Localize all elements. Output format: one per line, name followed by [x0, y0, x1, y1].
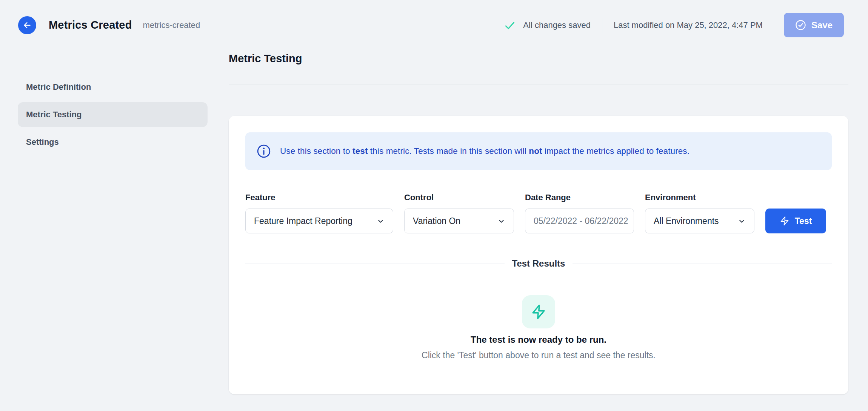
control-select-value: Variation On	[413, 216, 460, 226]
main-content: Metric Testing Use this section to test …	[220, 50, 868, 394]
feature-select[interactable]: Feature Impact Reporting	[245, 209, 393, 233]
saved-status: All changes saved	[504, 20, 591, 31]
page-slug: metrics-created	[143, 20, 200, 30]
sidebar-item-metric-definition[interactable]: Metric Definition	[18, 75, 208, 100]
test-button[interactable]: Test	[765, 209, 826, 233]
back-button[interactable]	[18, 16, 36, 34]
zap-icon	[780, 216, 790, 226]
empty-state-subtitle: Click the 'Test' button above to run a t…	[245, 350, 832, 360]
feature-label: Feature	[245, 193, 393, 202]
saved-status-label: All changes saved	[523, 20, 591, 30]
header-right: All changes saved Last modified on May 2…	[504, 13, 844, 37]
zap-icon	[531, 304, 546, 320]
date-range-input[interactable]	[525, 209, 634, 233]
test-results-empty-state: The test is now ready to be run. Click t…	[245, 295, 832, 360]
test-config-form: Feature Feature Impact Reporting Control…	[245, 193, 832, 233]
separator-line	[573, 264, 832, 264]
feature-select-value: Feature Impact Reporting	[254, 216, 352, 226]
chevron-down-icon	[497, 217, 505, 225]
header: Metrics Created metrics-created All chan…	[0, 0, 868, 50]
date-range-label: Date Range	[525, 193, 634, 202]
info-banner-text: Use this section to test this metric. Te…	[280, 146, 689, 156]
environment-select-value: All Environments	[654, 216, 719, 226]
test-button-label: Test	[795, 216, 812, 226]
control-select[interactable]: Variation On	[404, 209, 514, 233]
check-circle-icon	[795, 20, 806, 31]
control-label: Control	[404, 193, 514, 202]
chevron-down-icon	[738, 217, 746, 225]
environment-select[interactable]: All Environments	[645, 209, 754, 233]
arrow-left-icon	[23, 21, 32, 30]
environment-label: Environment	[645, 193, 754, 202]
section-divider	[229, 84, 848, 85]
body: Metric Definition Metric Testing Setting…	[0, 50, 868, 394]
feature-field: Feature Feature Impact Reporting	[245, 193, 393, 233]
header-left: Metrics Created metrics-created	[18, 16, 200, 34]
save-button[interactable]: Save	[784, 13, 844, 37]
page-title: Metrics Created	[49, 19, 132, 31]
control-field: Control Variation On	[404, 193, 514, 233]
save-button-label: Save	[811, 20, 833, 31]
test-results-heading: Test Results	[512, 258, 565, 269]
sidebar: Metric Definition Metric Testing Setting…	[0, 50, 220, 157]
test-results-separator: Test Results	[245, 258, 832, 269]
info-banner: Use this section to test this metric. Te…	[245, 132, 832, 170]
separator-line	[245, 264, 505, 264]
section-title: Metric Testing	[229, 52, 848, 65]
environment-field: Environment All Environments	[645, 193, 754, 233]
header-divider	[602, 18, 602, 33]
info-icon	[257, 144, 271, 158]
sidebar-item-settings[interactable]: Settings	[18, 130, 208, 155]
check-icon	[504, 20, 516, 31]
empty-state-title: The test is now ready to be run.	[245, 334, 832, 345]
chevron-down-icon	[377, 217, 385, 225]
date-range-field: Date Range	[525, 193, 634, 233]
metric-testing-card: Use this section to test this metric. Te…	[229, 116, 848, 394]
app: Metrics Created metrics-created All chan…	[0, 0, 868, 411]
last-modified: Last modified on May 25, 2022, 4:47 PM	[614, 20, 763, 30]
zap-tile	[522, 295, 555, 328]
sidebar-item-metric-testing[interactable]: Metric Testing	[18, 102, 208, 127]
